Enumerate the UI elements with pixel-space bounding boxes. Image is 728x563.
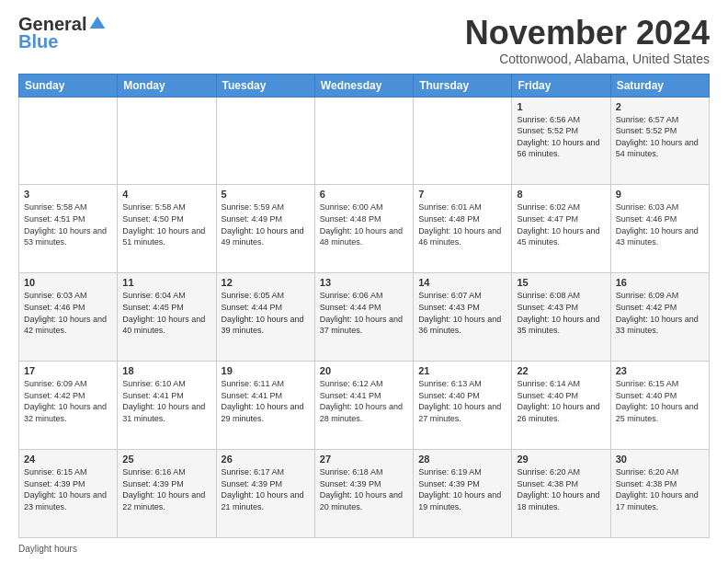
day-info: Sunrise: 6:03 AM Sunset: 4:46 PM Dayligh… [24,290,112,336]
calendar-week-row-1: 1Sunrise: 6:56 AM Sunset: 5:52 PM Daylig… [19,97,710,185]
day-number: 28 [418,454,506,465]
day-number: 5 [222,189,310,200]
calendar-weekday-sunday: Sunday [19,74,118,97]
logo-icon [88,15,107,33]
calendar-cell: 25Sunrise: 6:16 AM Sunset: 4:39 PM Dayli… [118,450,216,538]
calendar-weekday-monday: Monday [118,74,216,97]
calendar-cell: 1Sunrise: 6:56 AM Sunset: 5:52 PM Daylig… [512,97,610,185]
calendar-cell: 16Sunrise: 6:09 AM Sunset: 4:42 PM Dayli… [610,273,709,362]
day-info: Sunrise: 6:12 AM Sunset: 4:41 PM Dayligh… [320,378,408,424]
daylight-label: Daylight hours [18,544,77,554]
day-number: 20 [320,365,408,376]
day-number: 6 [320,189,408,200]
day-number: 13 [320,277,408,288]
calendar-cell: 5Sunrise: 5:59 AM Sunset: 4:49 PM Daylig… [216,185,314,273]
location-subtitle: Cottonwood, Alabama, United States [465,52,710,66]
day-number: 14 [418,277,506,288]
calendar-cell: 12Sunrise: 6:05 AM Sunset: 4:44 PM Dayli… [216,273,314,362]
day-number: 11 [122,277,210,288]
day-info: Sunrise: 6:10 AM Sunset: 4:41 PM Dayligh… [122,378,210,424]
calendar-cell: 6Sunrise: 6:00 AM Sunset: 4:48 PM Daylig… [314,185,413,273]
calendar-weekday-tuesday: Tuesday [216,74,314,97]
day-info: Sunrise: 6:56 AM Sunset: 5:52 PM Dayligh… [517,114,605,160]
calendar-cell: 14Sunrise: 6:07 AM Sunset: 4:43 PM Dayli… [414,273,512,362]
day-number: 19 [222,365,310,376]
day-info: Sunrise: 6:08 AM Sunset: 4:43 PM Dayligh… [517,290,605,336]
calendar-cell [19,97,118,185]
calendar-cell [216,97,314,185]
day-number: 26 [222,454,310,465]
day-info: Sunrise: 6:16 AM Sunset: 4:39 PM Dayligh… [122,466,210,512]
day-info: Sunrise: 6:20 AM Sunset: 4:38 PM Dayligh… [616,466,704,512]
logo-text: General [18,15,107,33]
calendar-cell: 2Sunrise: 6:57 AM Sunset: 5:52 PM Daylig… [610,97,709,185]
calendar-cell: 8Sunrise: 6:02 AM Sunset: 4:47 PM Daylig… [512,185,610,273]
calendar-week-row-4: 17Sunrise: 6:09 AM Sunset: 4:42 PM Dayli… [19,362,710,450]
day-info: Sunrise: 6:17 AM Sunset: 4:39 PM Dayligh… [222,466,310,512]
calendar-cell: 28Sunrise: 6:19 AM Sunset: 4:39 PM Dayli… [414,450,512,538]
day-number: 1 [517,101,605,112]
calendar-table: SundayMondayTuesdayWednesdayThursdayFrid… [18,74,710,538]
day-info: Sunrise: 6:13 AM Sunset: 4:40 PM Dayligh… [418,378,506,424]
day-info: Sunrise: 6:03 AM Sunset: 4:46 PM Dayligh… [616,201,704,247]
day-number: 24 [24,454,112,465]
day-info: Sunrise: 6:09 AM Sunset: 4:42 PM Dayligh… [616,290,704,336]
day-number: 10 [24,277,112,288]
calendar-cell [314,97,413,185]
day-info: Sunrise: 6:11 AM Sunset: 4:41 PM Dayligh… [222,378,310,424]
day-info: Sunrise: 5:58 AM Sunset: 4:51 PM Dayligh… [24,201,112,247]
day-number: 22 [517,365,605,376]
calendar-cell: 17Sunrise: 6:09 AM Sunset: 4:42 PM Dayli… [19,362,118,450]
day-number: 25 [122,454,210,465]
page: General Blue November 2024 Cottonwood, A… [0,0,728,563]
svg-marker-0 [90,17,106,29]
calendar-weekday-wednesday: Wednesday [314,74,413,97]
calendar-cell: 26Sunrise: 6:17 AM Sunset: 4:39 PM Dayli… [216,450,314,538]
calendar-cell [118,97,216,185]
day-number: 30 [616,454,704,465]
day-number: 9 [616,189,704,200]
calendar-cell: 11Sunrise: 6:04 AM Sunset: 4:45 PM Dayli… [118,273,216,362]
day-info: Sunrise: 6:02 AM Sunset: 4:47 PM Dayligh… [517,201,605,247]
calendar-cell: 9Sunrise: 6:03 AM Sunset: 4:46 PM Daylig… [610,185,709,273]
day-info: Sunrise: 6:06 AM Sunset: 4:44 PM Dayligh… [320,290,408,336]
day-info: Sunrise: 5:58 AM Sunset: 4:50 PM Dayligh… [122,201,210,247]
day-info: Sunrise: 5:59 AM Sunset: 4:49 PM Dayligh… [222,201,310,247]
month-title: November 2024 [465,15,710,52]
calendar-cell: 4Sunrise: 5:58 AM Sunset: 4:50 PM Daylig… [118,185,216,273]
calendar-cell: 19Sunrise: 6:11 AM Sunset: 4:41 PM Dayli… [216,362,314,450]
day-info: Sunrise: 6:20 AM Sunset: 4:38 PM Dayligh… [517,466,605,512]
day-number: 12 [222,277,310,288]
logo: General Blue [18,15,107,52]
header: General Blue November 2024 Cottonwood, A… [18,15,710,66]
day-info: Sunrise: 6:07 AM Sunset: 4:43 PM Dayligh… [418,290,506,336]
calendar-cell: 23Sunrise: 6:15 AM Sunset: 4:40 PM Dayli… [610,362,709,450]
calendar-cell: 29Sunrise: 6:20 AM Sunset: 4:38 PM Dayli… [512,450,610,538]
calendar-week-row-5: 24Sunrise: 6:15 AM Sunset: 4:39 PM Dayli… [19,450,710,538]
calendar-header-row: SundayMondayTuesdayWednesdayThursdayFrid… [19,74,710,97]
calendar-cell: 15Sunrise: 6:08 AM Sunset: 4:43 PM Dayli… [512,273,610,362]
calendar-week-row-3: 10Sunrise: 6:03 AM Sunset: 4:46 PM Dayli… [19,273,710,362]
day-info: Sunrise: 6:15 AM Sunset: 4:39 PM Dayligh… [24,466,112,512]
day-info: Sunrise: 6:14 AM Sunset: 4:40 PM Dayligh… [517,378,605,424]
footer: Daylight hours [18,544,710,554]
calendar-weekday-saturday: Saturday [610,74,709,97]
calendar-cell: 10Sunrise: 6:03 AM Sunset: 4:46 PM Dayli… [19,273,118,362]
day-number: 27 [320,454,408,465]
day-info: Sunrise: 6:01 AM Sunset: 4:48 PM Dayligh… [418,201,506,247]
calendar-cell: 27Sunrise: 6:18 AM Sunset: 4:39 PM Dayli… [314,450,413,538]
calendar-week-row-2: 3Sunrise: 5:58 AM Sunset: 4:51 PM Daylig… [19,185,710,273]
day-number: 16 [616,277,704,288]
day-number: 7 [418,189,506,200]
day-info: Sunrise: 6:15 AM Sunset: 4:40 PM Dayligh… [616,378,704,424]
day-info: Sunrise: 6:04 AM Sunset: 4:45 PM Dayligh… [122,290,210,336]
day-info: Sunrise: 6:00 AM Sunset: 4:48 PM Dayligh… [320,201,408,247]
calendar-weekday-thursday: Thursday [414,74,512,97]
calendar-cell: 13Sunrise: 6:06 AM Sunset: 4:44 PM Dayli… [314,273,413,362]
calendar-cell: 21Sunrise: 6:13 AM Sunset: 4:40 PM Dayli… [414,362,512,450]
day-info: Sunrise: 6:57 AM Sunset: 5:52 PM Dayligh… [616,114,704,160]
day-number: 29 [517,454,605,465]
calendar-cell: 24Sunrise: 6:15 AM Sunset: 4:39 PM Dayli… [19,450,118,538]
title-block: November 2024 Cottonwood, Alabama, Unite… [465,15,710,66]
day-number: 18 [122,365,210,376]
